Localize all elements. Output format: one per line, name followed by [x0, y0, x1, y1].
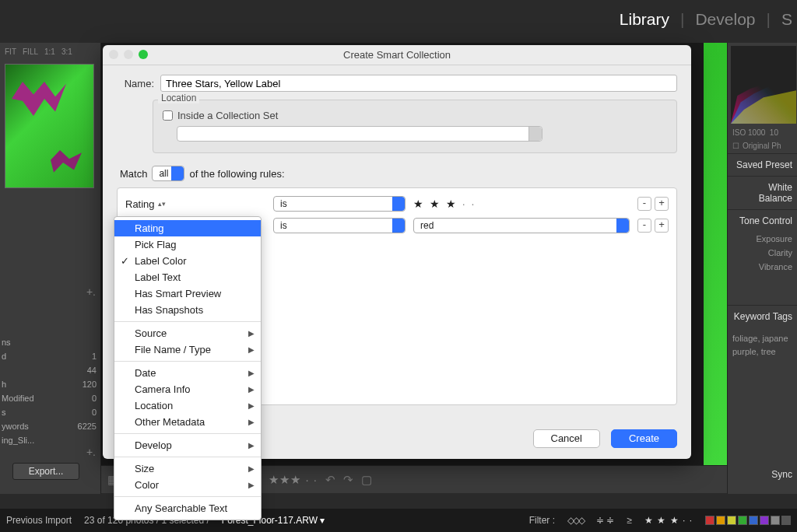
- panel-tone-control[interactable]: Tone Control: [728, 209, 797, 232]
- histogram[interactable]: [731, 46, 796, 124]
- menu-item[interactable]: Has Snapshots: [114, 302, 261, 318]
- panel-white-balance[interactable]: White Balance: [728, 176, 797, 209]
- menu-item[interactable]: Develop▶: [114, 437, 261, 453]
- menu-item[interactable]: Label Text: [114, 269, 261, 285]
- inside-set-label: Inside a Collection Set: [177, 110, 278, 121]
- color-chip[interactable]: [749, 516, 758, 525]
- slider-exposure[interactable]: Exposure: [728, 232, 797, 246]
- module-library[interactable]: Library: [620, 10, 669, 29]
- cancel-button[interactable]: Cancel: [533, 429, 600, 448]
- remove-rule-button[interactable]: -: [637, 197, 651, 211]
- operator-select[interactable]: is▴▾: [273, 196, 406, 212]
- rotate-cw-icon[interactable]: ↷: [343, 473, 353, 487]
- navigator-thumbnail[interactable]: [5, 64, 94, 188]
- menu-item[interactable]: Color▶: [114, 477, 261, 493]
- module-develop[interactable]: Develop: [695, 10, 755, 29]
- menu-item[interactable]: File Name / Type▶: [114, 341, 261, 358]
- menu-item[interactable]: Source▶: [114, 325, 261, 341]
- zoom-controls: FIT FILL 1:1 3:1: [0, 43, 100, 62]
- remove-rule-button[interactable]: -: [637, 219, 651, 233]
- name-label: Name:: [117, 78, 154, 89]
- criteria-select[interactable]: Rating▴▾: [125, 198, 265, 210]
- menu-item[interactable]: Size▶: [114, 460, 261, 477]
- dialog-title: Create Smart Collection: [343, 49, 451, 61]
- filter-attributes-icon[interactable]: ≑ ≑: [596, 515, 614, 526]
- zoom-fill[interactable]: FILL: [23, 47, 38, 56]
- zoom-3to1[interactable]: 3:1: [61, 47, 72, 56]
- menu-item[interactable]: Date▶: [114, 365, 261, 381]
- nav-separator: |: [767, 10, 771, 29]
- slider-clarity[interactable]: Clarity: [728, 246, 797, 260]
- panel-add-icon[interactable]: +.: [86, 446, 96, 458]
- module-next[interactable]: S: [781, 10, 792, 29]
- menu-item[interactable]: Other Metadata▶: [114, 414, 261, 430]
- color-chip[interactable]: [781, 516, 791, 525]
- left-panel: FIT FILL 1:1 3:1 +. ns d1 44 h120 Modifi…: [0, 43, 101, 494]
- color-chip[interactable]: [716, 516, 725, 525]
- name-input[interactable]: [160, 75, 677, 92]
- keyword-tags-body: foliage, japane purple, tree: [728, 327, 797, 362]
- color-chip[interactable]: [727, 516, 736, 525]
- zoom-icon[interactable]: [139, 50, 148, 59]
- menu-item[interactable]: Camera Info▶: [114, 381, 261, 397]
- panel-add-icon[interactable]: +.: [86, 285, 96, 298]
- close-icon[interactable]: [109, 50, 118, 59]
- filter-label: Filter :: [529, 515, 555, 526]
- match-label-post: of the following rules:: [189, 168, 284, 180]
- color-chip[interactable]: [705, 516, 714, 525]
- module-picker: Library | Develop | S: [620, 0, 797, 39]
- location-heading: Location: [158, 93, 199, 103]
- list-item[interactable]: 44: [0, 363, 101, 377]
- color-chip[interactable]: [771, 516, 780, 525]
- rotate-ccw-icon[interactable]: ↶: [325, 473, 335, 487]
- sync-button[interactable]: Sync: [771, 469, 792, 480]
- menu-item[interactable]: Rating: [114, 220, 261, 236]
- menu-item[interactable]: Label Color✓: [114, 253, 261, 269]
- list-item[interactable]: s0: [0, 405, 101, 419]
- original-photo-label: Original Ph: [743, 142, 781, 150]
- filter-rating-stars[interactable]: ★ ★ ★ · ·: [644, 515, 693, 526]
- add-rule-button[interactable]: +: [655, 197, 669, 211]
- minimize-icon[interactable]: [124, 50, 133, 59]
- add-rule-button[interactable]: +: [655, 219, 669, 233]
- collection-set-select[interactable]: ▴▾: [177, 126, 542, 142]
- catalog-list: ns d1 44 h120 Modified0 s0 ywords6225 in…: [0, 335, 101, 447]
- list-item[interactable]: ns: [0, 335, 101, 349]
- panel-keyword-tags[interactable]: Keyword Tags: [728, 305, 797, 327]
- panel-saved-preset[interactable]: Saved Preset: [728, 153, 797, 176]
- menu-item[interactable]: Has Smart Preview: [114, 285, 261, 302]
- export-button[interactable]: Export...: [12, 463, 79, 480]
- rule-row: Rating▴▾ is▴▾ ★ ★ ★ · · - +: [125, 193, 669, 215]
- match-label-pre: Match: [120, 168, 147, 180]
- filter-flags-icon[interactable]: ◇◇◇: [567, 515, 584, 526]
- rating-value[interactable]: ★ ★ ★ · ·: [413, 198, 630, 210]
- dialog-titlebar[interactable]: Create Smart Collection: [103, 45, 691, 65]
- color-chip[interactable]: [738, 516, 747, 525]
- slider-vibrance[interactable]: Vibrance: [728, 260, 797, 274]
- criteria-dropdown: RatingPick FlagLabel Color✓Label TextHas…: [114, 216, 262, 520]
- zoom-1to1[interactable]: 1:1: [44, 47, 55, 56]
- crop-icon[interactable]: ▢: [361, 473, 372, 487]
- inside-set-checkbox[interactable]: [163, 110, 173, 121]
- rating-stars[interactable]: ★★★ · ·: [269, 473, 318, 487]
- list-item[interactable]: d1: [0, 349, 101, 363]
- nav-separator: |: [680, 10, 684, 29]
- filter-rating-op[interactable]: ≥: [627, 515, 632, 526]
- operator-select[interactable]: is▴▾: [273, 218, 406, 233]
- location-group: Location Inside a Collection Set ▴▾: [153, 100, 677, 153]
- menu-item[interactable]: Location▶: [114, 397, 261, 414]
- value-select[interactable]: red▴▾: [413, 218, 630, 233]
- menu-item[interactable]: Pick Flag: [114, 236, 261, 253]
- zoom-fit[interactable]: FIT: [5, 47, 16, 56]
- source-label[interactable]: Previous Import: [6, 515, 72, 526]
- iso-label: ISO 1000: [732, 128, 765, 137]
- list-item[interactable]: h120: [0, 377, 101, 391]
- color-chip[interactable]: [760, 516, 769, 525]
- list-item[interactable]: ywords6225: [0, 419, 101, 433]
- right-panel: ISO 1000 10 ☐Original Ph Saved Preset Wh…: [727, 43, 797, 494]
- create-button[interactable]: Create: [611, 429, 677, 448]
- menu-item[interactable]: Any Searchable Text: [114, 500, 261, 516]
- list-item[interactable]: Modified0: [0, 391, 101, 405]
- match-mode-select[interactable]: all▴▾: [152, 166, 184, 181]
- checkbox-icon[interactable]: ☐: [732, 142, 739, 150]
